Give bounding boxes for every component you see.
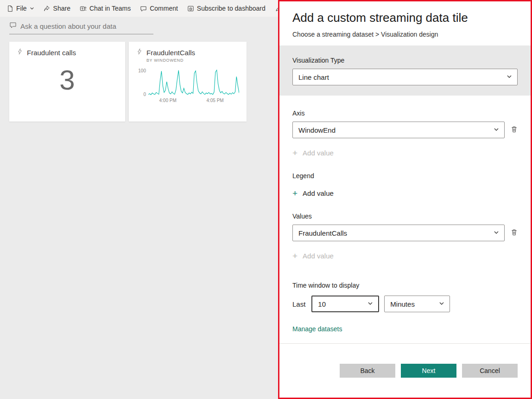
plus-icon: + — [292, 251, 298, 260]
y-axis-tick-max: 100 — [138, 68, 146, 73]
tile-chart-line — [148, 70, 239, 95]
axis-value: WindowEnd — [298, 126, 336, 134]
tile-card-value: 3 — [17, 64, 118, 96]
time-window-unit-value: Minutes — [390, 300, 415, 308]
file-menu-label: File — [16, 5, 27, 12]
axis-select[interactable]: WindowEnd — [292, 122, 505, 138]
tile-fraudulentcalls-chart[interactable]: FraudulentCalls BY WINDOWEND 100 0 4:00 … — [129, 42, 247, 122]
legend-add-value-button[interactable]: + Add value — [292, 189, 334, 198]
subscribe-icon — [187, 5, 194, 12]
subscribe-to-dashboard-label: Subscribe to dashboard — [197, 5, 266, 12]
panel-footer: Back Next Cancel — [279, 343, 531, 398]
trash-icon — [511, 229, 518, 237]
tile-chart: 100 0 — [136, 68, 239, 97]
cancel-button[interactable]: Cancel — [462, 364, 518, 378]
values-add-value-label: Add value — [303, 252, 334, 260]
qna-bar — [9, 21, 153, 34]
chat-in-teams-label: Chat in Teams — [89, 5, 131, 12]
back-button[interactable]: Back — [340, 364, 395, 378]
axis-add-value-label: Add value — [303, 149, 334, 157]
streaming-lightning-icon — [17, 48, 23, 57]
comment-label: Comment — [150, 5, 178, 12]
file-icon — [6, 5, 13, 12]
tile-subtitle: BY WINDOWEND — [146, 58, 239, 63]
plus-icon: + — [292, 189, 298, 198]
chevron-down-icon — [30, 6, 34, 11]
streaming-lightning-icon — [136, 48, 143, 57]
tile-title: Fraudulent calls — [27, 49, 76, 57]
qna-bubble-icon — [9, 21, 17, 31]
values-select[interactable]: FraudulentCalls — [292, 225, 505, 241]
share-icon — [44, 5, 51, 12]
tile-title: FraudulentCalls — [146, 49, 195, 57]
breadcrumb: Choose a streaming dataset > Visualizati… — [292, 31, 518, 38]
values-value: FraudulentCalls — [298, 229, 347, 237]
y-axis-tick-min: 0 — [143, 92, 146, 97]
next-button[interactable]: Next — [401, 364, 456, 378]
share-button[interactable]: Share — [44, 5, 70, 12]
axis-add-value-button: + Add value — [292, 148, 334, 157]
qna-input[interactable] — [20, 22, 153, 30]
chevron-down-icon — [493, 229, 500, 237]
chevron-down-icon — [367, 300, 374, 308]
time-window-amount-value: 10 — [318, 300, 326, 308]
x-axis-tick-start: 4:00 PM — [159, 98, 177, 103]
manage-datasets-link[interactable]: Manage datasets — [292, 325, 342, 333]
visualization-type-select[interactable]: Line chart — [292, 69, 518, 85]
powerbi-dashboard-screen: File Share Chat in Teams Comment Subscri… — [0, 0, 532, 399]
teams-icon — [80, 5, 87, 12]
values-delete-button[interactable] — [511, 229, 518, 237]
dashboard-toolbar: File Share Chat in Teams Comment Subscri… — [0, 0, 278, 17]
x-axis-tick-end: 4:05 PM — [206, 98, 223, 103]
values-label: Values — [292, 212, 518, 220]
file-menu-button[interactable]: File — [6, 5, 34, 12]
visualization-type-label: Visualization Type — [292, 57, 518, 64]
axis-label: Axis — [292, 109, 518, 117]
subscribe-to-dashboard-button[interactable]: Subscribe to dashboard — [187, 5, 266, 12]
chevron-down-icon — [493, 126, 500, 134]
chat-in-teams-button[interactable]: Chat in Teams — [80, 5, 131, 12]
time-window-unit-select[interactable]: Minutes — [384, 296, 450, 312]
chevron-down-icon — [438, 300, 445, 308]
line-chart-plot — [148, 68, 239, 97]
chevron-down-icon — [506, 73, 513, 81]
time-window-last-label: Last — [292, 300, 305, 308]
trash-icon — [511, 126, 518, 134]
share-label: Share — [53, 5, 70, 12]
visualization-type-value: Line chart — [298, 73, 329, 81]
time-window-label: Time window to display — [292, 282, 518, 289]
add-streaming-tile-panel: Add a custom streaming data tile Choose … — [278, 0, 532, 399]
tile-fraudulent-calls[interactable]: Fraudulent calls 3 — [9, 42, 125, 122]
comment-button[interactable]: Comment — [140, 5, 178, 12]
visualization-type-section: Visualization Type Line chart — [279, 45, 531, 96]
panel-title: Add a custom streaming data tile — [292, 11, 518, 25]
comment-icon — [140, 5, 147, 12]
legend-label: Legend — [292, 172, 518, 180]
plus-icon: + — [292, 148, 298, 157]
axis-delete-button[interactable] — [511, 126, 518, 134]
legend-add-value-label: Add value — [303, 189, 334, 197]
values-add-value-button: + Add value — [292, 251, 334, 260]
time-window-amount-select[interactable]: 10 — [311, 296, 379, 312]
